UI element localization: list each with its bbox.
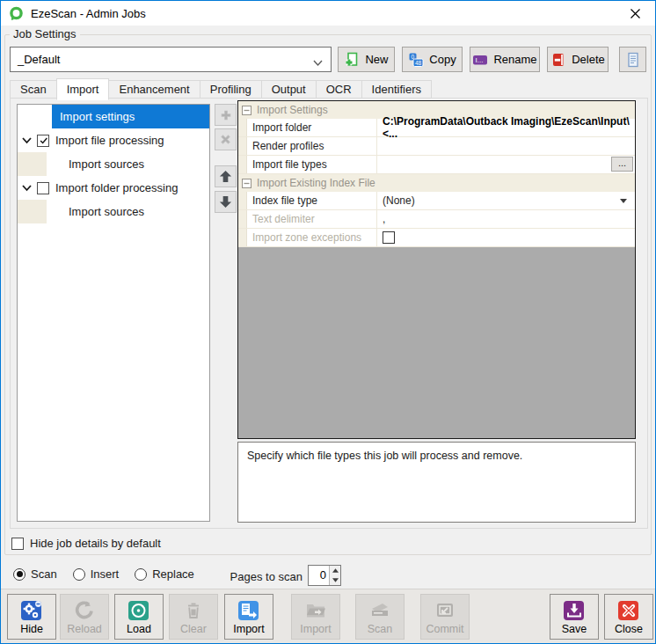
window-close-button[interactable] [615, 1, 655, 26]
tree-item-import-file-processing[interactable]: Import file processing [18, 128, 209, 152]
tab-scan[interactable]: Scan [10, 80, 57, 99]
chevron-down-icon [313, 56, 323, 70]
tree-item-import-settings[interactable]: Import settings [18, 105, 209, 128]
ezescan-admin-jobs-window: EzeScan - Admin Jobs Job Settings _Defau… [0, 0, 656, 644]
import-file-processing-checkbox[interactable] [37, 135, 49, 147]
window-title: EzeScan - Admin Jobs [31, 7, 146, 20]
job-settings-group-label: Job Settings [10, 27, 80, 40]
property-label: Index file type [247, 192, 377, 209]
radio-label: Replace [152, 567, 194, 581]
import-file-button[interactable]: Import [224, 594, 273, 640]
bottom-toolbar: Hide Reload Load [1, 589, 655, 644]
trash-icon [182, 599, 205, 622]
property-label: Import zone exceptions [247, 229, 377, 246]
reload-arrow-icon [73, 599, 96, 622]
job-notes-button[interactable] [619, 47, 646, 72]
tab-output[interactable]: Output [261, 80, 317, 99]
index-file-type-dropdown[interactable]: (None) [377, 192, 635, 209]
copy-button-label: Copy [429, 53, 456, 66]
tree-item-label: Import sources [69, 157, 144, 171]
load-button[interactable]: Load [114, 594, 164, 640]
import-file-types-value[interactable]: ... [377, 156, 635, 173]
toolbar-button-label: Hide [20, 623, 43, 635]
radio-scan[interactable]: Scan [13, 567, 57, 581]
new-document-icon [344, 52, 360, 68]
chevron-down-icon [21, 135, 33, 146]
ezescan-logo-icon [9, 6, 24, 21]
tree-item-import-folder-processing[interactable]: Import folder processing [18, 176, 209, 200]
new-job-button[interactable]: New [338, 47, 395, 72]
triangle-up-icon [332, 568, 339, 573]
row-gutter [238, 156, 247, 173]
close-button[interactable]: Close [604, 594, 653, 640]
tree-item-label: Import folder processing [55, 181, 178, 194]
toolbar-button-label: Clear [180, 623, 207, 635]
tab-profiling[interactable]: Profiling [200, 80, 262, 99]
x-icon [219, 133, 232, 146]
tree-gutter [18, 105, 52, 128]
tree-move-up-button[interactable] [215, 165, 237, 187]
pages-to-scan-input[interactable]: 0 [309, 566, 329, 585]
rename-job-button[interactable]: I... Rename [470, 47, 540, 72]
row-gutter [238, 192, 247, 209]
spinner-up-button[interactable] [330, 566, 340, 575]
property-label: Text delimiter [247, 210, 377, 228]
section-title: Import Existing Index File [257, 177, 375, 189]
plus-icon [219, 108, 233, 122]
tree-item-import-sources-folder[interactable]: Import sources [18, 200, 209, 223]
property-grid: Import Settings Import folder C:\Program… [237, 100, 636, 439]
hide-job-details-checkbox[interactable] [11, 538, 24, 550]
radio-replace[interactable]: Replace [135, 567, 194, 581]
collapse-icon[interactable] [242, 179, 251, 188]
arrow-down-icon [218, 194, 233, 209]
toolbar-button-label: Commit [426, 623, 463, 635]
arrow-up-icon [218, 169, 233, 184]
radio-label: Scan [31, 567, 57, 581]
property-description-text: Specify which file types this job will p… [247, 450, 522, 462]
tree-move-down-button[interactable] [215, 191, 237, 213]
tree-item-label: Import settings [52, 105, 209, 128]
import-zone-exceptions-checkbox[interactable] [383, 231, 395, 244]
radio-label: Insert [91, 567, 120, 581]
pages-to-scan-spinner: 0 [308, 565, 341, 586]
scan-button: Scan [355, 594, 405, 640]
tree-add-button[interactable] [215, 104, 237, 126]
toolbar-button-label: Reload [67, 623, 102, 635]
job-select-dropdown[interactable]: _Default [10, 47, 332, 72]
tab-strip: Scan Import Enhancement Profiling Output… [10, 78, 431, 99]
section-import-existing-index-file[interactable]: Import Existing Index File [238, 174, 635, 192]
text-delimiter-value[interactable]: , [377, 210, 635, 228]
save-button[interactable]: Save [550, 594, 599, 640]
property-label: Render profiles [247, 137, 377, 155]
rename-button-label: Rename [493, 53, 536, 66]
import-folder-value[interactable]: C:\ProgramData\Outback Imaging\EzeScan\I… [377, 119, 635, 136]
property-row-import-zone-exceptions: Import zone exceptions [238, 229, 635, 247]
property-row-index-file-type: Index file type (None) [238, 192, 635, 210]
tab-ocr[interactable]: OCR [316, 80, 362, 99]
copy-job-button[interactable]: 0 48 Copy [402, 47, 463, 72]
collapse-icon[interactable] [242, 106, 251, 115]
svg-text:48: 48 [415, 60, 422, 66]
tab-import[interactable]: Import [56, 78, 110, 100]
radio-insert[interactable]: Insert [73, 567, 120, 581]
new-button-label: New [365, 53, 388, 66]
chevron-down-icon [21, 182, 33, 194]
render-profiles-value[interactable] [377, 137, 635, 155]
spinner-arrows [329, 566, 340, 585]
tab-enhancement[interactable]: Enhancement [108, 80, 200, 99]
tree-delete-button[interactable] [215, 128, 237, 150]
import-folder-processing-checkbox[interactable] [37, 182, 49, 194]
delete-button-label: Delete [572, 53, 605, 66]
ellipsis-button[interactable]: ... [611, 157, 633, 172]
tree-item-import-sources-file[interactable]: Import sources [18, 152, 209, 176]
property-grid-empty-area [238, 247, 635, 438]
tab-identifiers[interactable]: Identifiers [361, 80, 432, 99]
hide-job-details-row[interactable]: Hide job details by default [11, 537, 161, 550]
index-file-type-value: (None) [383, 194, 415, 207]
row-gutter [238, 229, 247, 246]
row-gutter [238, 210, 247, 228]
hide-button[interactable]: Hide [7, 594, 56, 640]
spinner-down-button[interactable] [330, 575, 340, 585]
tree-item-label: Import file processing [55, 134, 164, 147]
delete-job-button[interactable]: Delete [547, 47, 609, 72]
